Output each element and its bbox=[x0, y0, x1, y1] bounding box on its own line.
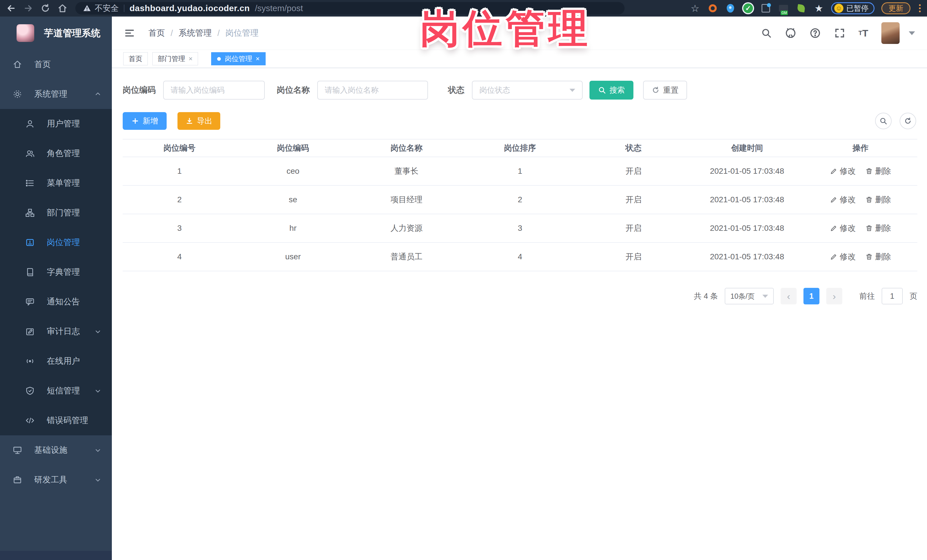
breadcrumb-current: 岗位管理 bbox=[225, 27, 258, 39]
status-select[interactable]: 岗位状态 bbox=[472, 81, 583, 100]
export-button[interactable]: 导出 bbox=[178, 112, 220, 130]
edit-link[interactable]: 修改 bbox=[830, 166, 856, 177]
hamburger-icon[interactable] bbox=[124, 27, 135, 39]
infrastructure-icon bbox=[12, 445, 22, 455]
extension-terminal-icon[interactable] bbox=[778, 3, 789, 14]
page-size-select[interactable]: 10条/页 bbox=[725, 288, 774, 304]
post-code-input[interactable] bbox=[163, 81, 265, 100]
fullscreen-icon[interactable] bbox=[834, 27, 845, 39]
app-logo[interactable]: 芋道管理系统 bbox=[0, 17, 112, 50]
paused-label: 已暂停 bbox=[846, 3, 869, 14]
tab-home[interactable]: 首页 bbox=[123, 52, 148, 65]
sidebar-item-dictionary[interactable]: 字典管理 bbox=[0, 257, 112, 287]
add-button[interactable]: 新增 bbox=[123, 112, 167, 130]
table-row: 2 se 项目经理 2 开启 2021-01-05 17:03:48 修改 删除 bbox=[123, 186, 917, 214]
user-avatar[interactable] bbox=[881, 22, 900, 44]
dictionary-icon bbox=[25, 267, 35, 277]
sidebar-item-sms[interactable]: 短信管理 bbox=[0, 376, 112, 406]
sidebar-item-system[interactable]: 系统管理 bbox=[0, 79, 112, 109]
chevron-down-icon bbox=[94, 446, 102, 454]
status-value: 开启 bbox=[577, 223, 690, 234]
paused-badge[interactable]: ☺ 已暂停 bbox=[831, 2, 874, 14]
current-page-button[interactable]: 1 bbox=[804, 288, 819, 304]
sidebar-scrollbar-track[interactable] bbox=[0, 551, 112, 560]
browser-home-button[interactable] bbox=[56, 2, 69, 15]
extension-blue-pin-icon[interactable] bbox=[725, 3, 736, 14]
breadcrumb-home[interactable]: 首页 bbox=[148, 27, 165, 39]
sidebar-item-departments[interactable]: 部门管理 bbox=[0, 198, 112, 228]
tab-posts[interactable]: 岗位管理 × bbox=[211, 52, 266, 65]
search-icon bbox=[598, 86, 606, 94]
browser-forward-button[interactable] bbox=[22, 2, 35, 15]
extension-star-icon[interactable]: ★ bbox=[813, 3, 824, 14]
security-label: 不安全 bbox=[95, 3, 119, 14]
sidebar-item-users[interactable]: 用户管理 bbox=[0, 109, 112, 139]
edit-link[interactable]: 修改 bbox=[830, 251, 856, 262]
extension-tabs-icon[interactable] bbox=[760, 3, 771, 14]
sidebar-item-posts[interactable]: 岗位管理 bbox=[0, 228, 112, 257]
post-icon bbox=[25, 238, 35, 247]
delete-link[interactable]: 删除 bbox=[865, 194, 891, 205]
browser-back-button[interactable] bbox=[5, 2, 18, 15]
table-header-row: 岗位编号 岗位编码 岗位名称 岗位排序 状态 创建时间 操作 bbox=[123, 140, 917, 157]
github-icon[interactable] bbox=[785, 27, 796, 39]
prev-page-button[interactable]: ‹ bbox=[781, 288, 796, 304]
sidebar-item-audit-log[interactable]: 审计日志 bbox=[0, 317, 112, 346]
tab-departments[interactable]: 部门管理 × bbox=[152, 52, 198, 65]
goto-page-input[interactable] bbox=[881, 288, 903, 304]
search-button[interactable]: 搜索 bbox=[590, 81, 634, 100]
extension-orange-ring-icon[interactable] bbox=[707, 3, 718, 14]
browser-menu-icon[interactable] bbox=[917, 4, 922, 12]
page-unit-label: 页 bbox=[910, 291, 917, 301]
post-name-input[interactable] bbox=[317, 81, 428, 100]
refresh-table-button[interactable] bbox=[900, 113, 916, 129]
reset-button[interactable]: 重置 bbox=[643, 81, 687, 100]
sidebar-item-error-codes[interactable]: 错误码管理 bbox=[0, 406, 112, 436]
sidebar-item-online-users[interactable]: 在线用户 bbox=[0, 346, 112, 376]
search-icon[interactable] bbox=[761, 28, 772, 38]
close-tab-icon[interactable]: × bbox=[188, 55, 193, 62]
font-size-icon[interactable]: TT bbox=[859, 28, 868, 39]
avatar-caret-icon[interactable] bbox=[909, 31, 915, 35]
extension-green-check-icon[interactable]: ✓ bbox=[743, 3, 754, 14]
edit-link[interactable]: 修改 bbox=[830, 223, 856, 234]
search-form: 岗位编码 岗位名称 状态 岗位状态 搜索 重置 bbox=[123, 81, 917, 100]
logo-avatar bbox=[17, 24, 34, 42]
sidebar-item-home[interactable]: 首页 bbox=[0, 50, 112, 79]
refresh-icon bbox=[652, 86, 660, 94]
bookmark-star-icon[interactable]: ☆ bbox=[690, 3, 701, 14]
browser-toolbar-right: ☆ ✓ ★ ☺ 已暂停 更新 bbox=[690, 2, 922, 14]
download-icon bbox=[185, 117, 193, 125]
breadcrumb: 首页 / 系统管理 / 岗位管理 bbox=[148, 27, 258, 39]
pagination: 共 4 条 10条/页 ‹ 1 › 前往 页 bbox=[123, 288, 917, 304]
sidebar-item-announcements[interactable]: 通知公告 bbox=[0, 287, 112, 317]
delete-link[interactable]: 删除 bbox=[865, 223, 891, 234]
sidebar-item-dev-tools[interactable]: 研发工具 bbox=[0, 465, 112, 495]
sidebar-item-roles[interactable]: 角色管理 bbox=[0, 139, 112, 168]
update-button[interactable]: 更新 bbox=[881, 2, 910, 14]
sms-shield-icon bbox=[25, 386, 35, 396]
audit-log-icon bbox=[25, 327, 35, 336]
breadcrumb-system[interactable]: 系统管理 bbox=[179, 27, 212, 39]
delete-link[interactable]: 删除 bbox=[865, 166, 891, 177]
table-tools bbox=[875, 113, 916, 129]
user-icon bbox=[25, 119, 35, 129]
edit-link[interactable]: 修改 bbox=[830, 194, 856, 205]
system-submenu: 用户管理 角色管理 菜单管理 部门管理 岗位管理 字典管理 通知公告 审计日志 bbox=[0, 109, 112, 436]
page-content: 岗位编码 岗位名称 状态 岗位状态 搜索 重置 bbox=[112, 68, 927, 304]
gear-icon bbox=[12, 89, 22, 99]
delete-link[interactable]: 删除 bbox=[865, 251, 891, 262]
security-warning[interactable]: 不安全 bbox=[83, 3, 119, 14]
browser-refresh-button[interactable] bbox=[39, 2, 52, 15]
extension-leaf-icon[interactable] bbox=[796, 3, 807, 14]
sidebar-item-menus[interactable]: 菜单管理 bbox=[0, 168, 112, 198]
table-row: 4 user 普通员工 4 开启 2021-01-05 17:03:48 修改 … bbox=[123, 243, 917, 271]
menu-list-icon bbox=[25, 178, 35, 188]
sidebar-item-infrastructure[interactable]: 基础设施 bbox=[0, 436, 112, 465]
show-search-button[interactable] bbox=[875, 113, 892, 129]
help-icon[interactable] bbox=[810, 27, 821, 39]
next-page-button[interactable]: › bbox=[826, 288, 842, 304]
edit-icon bbox=[830, 167, 837, 175]
edit-icon bbox=[830, 253, 837, 261]
close-tab-icon[interactable]: × bbox=[256, 55, 260, 62]
